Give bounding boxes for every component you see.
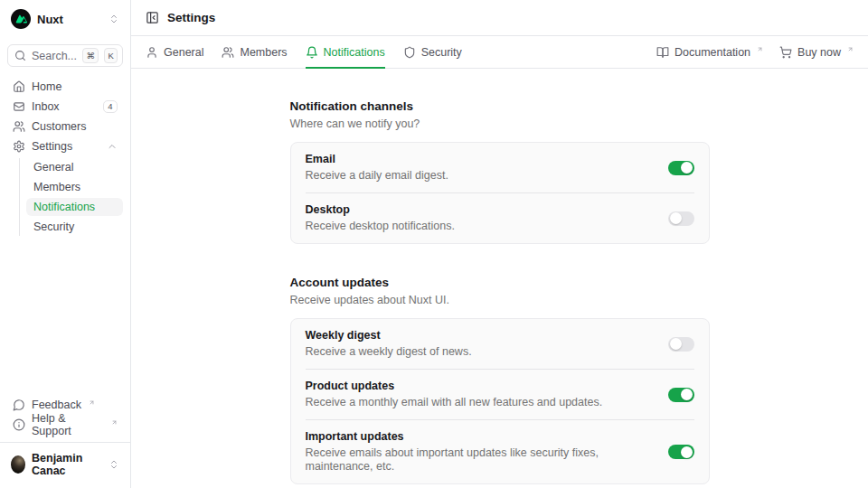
nuxt-logo-icon	[11, 9, 31, 29]
search-placeholder: Search...	[32, 50, 77, 62]
settings-card: Email Receive a daily email digest. Desk…	[290, 142, 710, 244]
tab-security[interactable]: Security	[403, 36, 462, 68]
toggle-knob	[681, 446, 693, 458]
tab-label: General	[164, 46, 203, 59]
documentation-link[interactable]: Documentation	[656, 46, 763, 59]
external-link-icon	[111, 419, 118, 426]
home-icon	[13, 80, 25, 93]
important-updates-toggle[interactable]	[668, 445, 694, 459]
settings-tabbar: General Members Notifications Security	[131, 36, 868, 69]
tab-general[interactable]: General	[146, 36, 203, 68]
top-link-label: Documentation	[675, 46, 750, 59]
divider	[0, 442, 130, 443]
chevron-up-icon	[107, 141, 118, 152]
sidebar-item-general[interactable]: General	[26, 158, 123, 176]
external-link-icon	[89, 399, 95, 406]
kbd-k: K	[104, 48, 118, 63]
main-panel: Settings General Members Notifications S…	[131, 0, 868, 488]
sidebar-footer: Feedback Help & Support Benjamin Canac	[7, 395, 123, 481]
tab-members[interactable]: Members	[222, 36, 287, 68]
sidebar-nav: Home Inbox 4 Customers Settings	[7, 77, 123, 236]
tab-label: Notifications	[324, 46, 385, 59]
chevron-up-down-icon	[108, 14, 119, 24]
sidebar-item-label: Home	[32, 80, 61, 93]
buy-now-link[interactable]: Buy now	[779, 46, 854, 59]
toggle-knob	[670, 212, 682, 224]
help-support-link[interactable]: Help & Support	[7, 415, 123, 435]
sidebar-item-inbox[interactable]: Inbox 4	[7, 97, 123, 117]
section-title: Notification channels	[290, 99, 710, 113]
sidebar-item-notifications[interactable]: Notifications	[26, 198, 123, 216]
subnav-label: Security	[33, 221, 74, 233]
page-header: Settings	[131, 0, 868, 36]
sidebar-item-home[interactable]: Home	[7, 77, 123, 97]
inbox-count-badge: 4	[103, 100, 118, 114]
toggle-knob	[670, 338, 682, 350]
user-menu[interactable]: Benjamin Canac	[7, 450, 123, 481]
sidebar-item-members[interactable]: Members	[26, 178, 123, 196]
tab-label: Members	[240, 46, 287, 59]
setting-row-important-updates: Important updates Receive emails about i…	[291, 420, 709, 483]
message-bubble-icon	[13, 399, 25, 411]
subnav-label: Notifications	[33, 201, 95, 213]
shield-icon	[403, 46, 416, 59]
weekly-digest-toggle[interactable]	[668, 337, 694, 352]
email-toggle[interactable]	[668, 161, 694, 175]
kbd-meta: ⌘	[82, 48, 99, 63]
setting-row-weekly-digest: Weekly digest Receive a weekly digest of…	[291, 319, 709, 369]
setting-description: Receive desktop notifications.	[306, 220, 455, 233]
section-account-updates: Account updates Receive updates about Nu…	[290, 276, 710, 484]
sidebar-item-settings[interactable]: Settings	[7, 136, 123, 156]
subnav-label: General	[33, 161, 73, 174]
setting-description: Receive a weekly digest of news.	[306, 345, 472, 359]
sidebar-item-security[interactable]: Security	[26, 218, 123, 236]
chevron-up-down-icon	[108, 459, 119, 470]
setting-row-product-updates: Product updates Receive a monthly email …	[291, 370, 709, 419]
setting-description: Receive emails about important updates l…	[306, 446, 656, 474]
section-description: Where can we notify you?	[290, 117, 710, 130]
tabbar-links: Documentation Buy now	[656, 46, 854, 59]
section-description: Receive updates about Nuxt UI.	[290, 294, 710, 306]
inbox-icon	[13, 100, 25, 113]
desktop-toggle[interactable]	[668, 211, 694, 226]
sidebar-item-customers[interactable]: Customers	[7, 117, 123, 136]
user-name: Benjamin Canac	[32, 452, 102, 477]
user-icon	[146, 46, 158, 59]
subnav-label: Members	[33, 181, 80, 193]
sidebar: Nuxt Search... ⌘ K Home Inbox 4	[0, 0, 131, 488]
sidebar-item-label: Inbox	[32, 100, 60, 113]
setting-row-email: Email Receive a daily email digest.	[291, 143, 709, 192]
shopping-cart-icon	[779, 46, 792, 59]
top-link-label: Buy now	[797, 46, 841, 59]
setting-title: Desktop	[306, 203, 455, 217]
settings-subnav: General Members Notifications Security	[19, 158, 123, 236]
search-input[interactable]: Search... ⌘ K	[7, 44, 123, 67]
gear-icon	[13, 140, 25, 153]
toggle-knob	[681, 162, 693, 174]
sidebar-item-label: Settings	[32, 140, 72, 153]
workspace-name: Nuxt	[37, 13, 63, 26]
setting-title: Product updates	[306, 380, 603, 393]
avatar	[11, 455, 25, 474]
info-circle-icon	[13, 418, 25, 431]
toggle-knob	[681, 389, 693, 400]
product-updates-toggle[interactable]	[668, 388, 694, 402]
section-title: Account updates	[290, 276, 710, 289]
settings-content: Notification channels Where can we notif…	[131, 69, 868, 488]
page-title: Settings	[167, 11, 215, 24]
sidebar-item-label: Customers	[32, 120, 86, 133]
settings-card: Weekly digest Receive a weekly digest of…	[290, 318, 710, 484]
workspace-switcher[interactable]: Nuxt	[7, 7, 123, 31]
search-icon	[14, 50, 26, 61]
external-link-icon	[847, 46, 854, 52]
external-link-icon	[757, 46, 763, 52]
setting-title: Weekly digest	[306, 329, 472, 343]
users-icon	[13, 120, 25, 133]
footer-link-label: Help & Support	[32, 412, 104, 437]
setting-title: Important updates	[306, 430, 656, 444]
tab-notifications[interactable]: Notifications	[306, 36, 385, 68]
bell-icon	[306, 46, 318, 59]
setting-row-desktop: Desktop Receive desktop notifications.	[291, 193, 709, 243]
book-open-icon	[656, 46, 669, 59]
collapse-sidebar-button[interactable]	[146, 11, 159, 24]
